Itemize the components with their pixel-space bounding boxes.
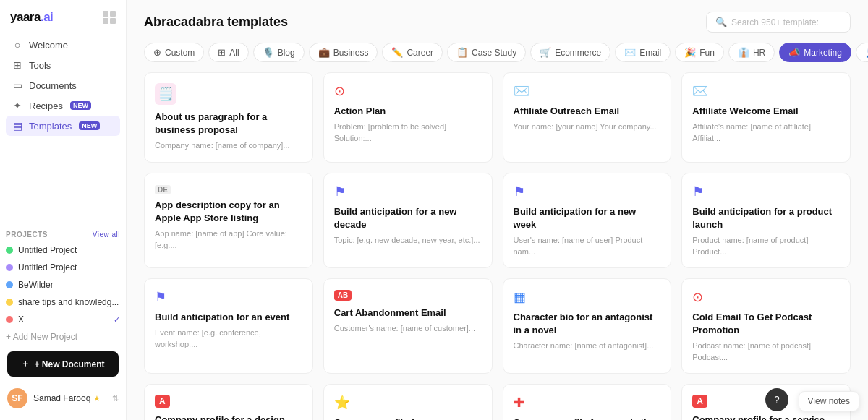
card-anticipation-decade[interactable]: ⚑ Build anticipation for a new decade To… [323,173,493,268]
card-icon: ⚑ [334,184,482,200]
project-item-4[interactable]: share tips and knowledg... [0,293,126,311]
card-desc: Topic: [e.g. new decade, new year, etc.]… [334,235,482,246]
card-affiliate-welcome[interactable]: ✉️ Affiliate Welcome Email Affiliate's n… [681,72,851,163]
card-title: Company profile for a marketing company [514,416,661,420]
templates-icon: ▤ [12,120,23,132]
check-icon: ✓ [114,315,120,325]
card-anticipation-event[interactable]: ⚑ Build anticipation for an event Event … [144,278,313,374]
tab-fun[interactable]: 🎉 Fun [675,43,724,62]
card-title: Build anticipation for an event [155,311,302,324]
card-icon: ⚑ [692,184,840,200]
view-all-link[interactable]: View all [93,231,120,239]
card-desc: User's name: [name of user] Product nam.… [514,235,661,257]
card-icon: ⚑ [514,184,661,200]
main-header: Abracadabra templates 🔍 [127,0,868,40]
card-title: About us paragraph for a business propos… [155,111,302,137]
card-icon: ⚑ [155,289,302,305]
card-desc: Affiliate's name: [name of affiliate] Af… [692,121,840,144]
new-document-button[interactable]: ＋ + New Document [7,351,119,377]
tab-marketing[interactable]: 📣 Marketing [779,43,851,62]
avatar: SF [7,388,27,408]
tab-hr[interactable]: 👔 HR [728,43,775,62]
tab-career[interactable]: ✏️ Career [382,43,443,62]
user-name: Samad Farooq ★ [33,393,101,403]
sidebar-item-welcome[interactable]: ○ Welcome [6,35,120,55]
sidebar-item-label: Welcome [29,40,68,51]
layout-icon[interactable] [103,11,116,24]
email-icon: ✉️ [624,47,636,58]
card-icon: 🗒️ [155,83,176,105]
sidebar-footer: SF Samad Farooq ★ ⇅ [0,382,126,414]
project-dot [6,316,13,323]
card-about-us[interactable]: 🗒️ About us paragraph for a business pro… [144,72,313,163]
tab-email[interactable]: ✉️ Email [615,43,671,62]
card-icon: ▦ [514,289,661,305]
sidebar-header: yaara.ai [0,0,126,32]
card-title: Cart Abandonment Email [334,307,482,320]
card-icon: DE [155,185,171,194]
card-desc: Problem: [problem to be solved] Solution… [334,121,482,144]
card-company-manufacturing[interactable]: ⭐ Company profile for a manufacturing co… [323,384,493,420]
sidebar-nav: ○ Welcome ⊞ Tools ▭ Documents ✦ Recipes … [0,32,126,225]
card-icon: ✚ [514,395,661,411]
project-name: Untitled Project [18,245,120,255]
sidebar-item-label: Templates [29,121,72,132]
user-profile[interactable]: SF Samad Farooq ★ [7,388,101,408]
project-item-2[interactable]: Untitled Project [0,259,126,276]
card-title: Company profile for a design company [155,413,302,420]
logo-text: yaara.ai [10,10,53,25]
card-icon: A [155,395,170,408]
templates-badge: NEW [79,121,100,130]
welcome-icon: ○ [12,39,23,51]
card-company-marketing[interactable]: ✚ Company profile for a marketing compan… [503,384,672,420]
projects-section: PROJECTS View all [0,225,126,241]
card-icon: ✉️ [692,83,840,99]
card-desc: Customer's name: [name of customer]... [334,323,482,334]
card-anticipation-product[interactable]: ⚑ Build anticipation for a product launc… [681,173,851,268]
project-dot [6,264,13,271]
search-input[interactable] [731,17,841,27]
project-item-1[interactable]: Untitled Project [0,241,126,259]
project-item-3[interactable]: BeWilder [0,276,126,293]
tab-ecommerce[interactable]: 🛒 Ecommerce [530,43,610,62]
help-button[interactable]: ? [765,388,788,411]
card-title: Build anticipation for a new week [514,205,661,231]
card-cold-email[interactable]: ⊙ Cold Email To Get Podcast Promotion Po… [681,278,851,374]
card-title: Affiliate Welcome Email [692,105,840,118]
search-box[interactable]: 🔍 [706,12,851,33]
add-project-button[interactable]: + Add New Project [0,328,126,346]
card-icon: A [692,395,707,408]
all-icon: ⊞ [218,47,226,58]
card-cart-abandonment[interactable]: AB Cart Abandonment Email Customer's nam… [323,278,493,374]
card-anticipation-week[interactable]: ⚑ Build anticipation for a new week User… [503,173,672,268]
card-desc: Event name: [e.g. conference, workshop,.… [155,327,302,350]
sidebar-item-label: Tools [29,60,51,71]
tab-case-study[interactable]: 📋 Case Study [447,43,526,62]
logo[interactable]: yaara.ai [10,10,53,25]
project-item-5[interactable]: X ✓ [0,311,126,328]
tab-blog[interactable]: 🎙️ Blog [253,43,305,62]
sidebar-item-templates[interactable]: ▤ Templates NEW [6,116,120,136]
card-desc: Podcast name: [name of podcast] Podcast.… [692,340,840,363]
tab-all[interactable]: ⊞ All [208,43,248,62]
tab-people[interactable]: 👤 Pe... [856,43,868,62]
view-notes-button[interactable]: View notes [799,391,859,411]
card-affiliate-outreach[interactable]: ✉️ Affiliate Outreach Email Your name: [… [503,72,672,163]
tab-custom[interactable]: ⊕ Custom [144,43,204,62]
card-action-plan[interactable]: ⊙ Action Plan Problem: [problem to be so… [323,72,493,163]
sidebar-item-recipes[interactable]: ✦ Recipes NEW [6,95,120,116]
card-app-description[interactable]: DE App description copy for an Apple App… [144,173,313,268]
cards-grid: 🗒️ About us paragraph for a business pro… [144,72,851,420]
tab-business[interactable]: 💼 Business [309,43,378,62]
card-title: Build anticipation for a new decade [334,205,482,231]
card-desc: Your name: [your name] Your company... [514,121,661,132]
project-dot [6,247,13,254]
card-title: Company profile for a service company [692,413,840,420]
recipes-badge: NEW [70,101,91,110]
card-icon: ⭐ [334,395,482,411]
sidebar-item-tools[interactable]: ⊞ Tools [6,55,120,75]
sidebar-item-documents[interactable]: ▭ Documents [6,75,120,95]
project-name: X [18,314,109,325]
card-character-bio[interactable]: ▦ Character bio for an antagonist in a n… [503,278,672,374]
card-company-design[interactable]: A Company profile for a design company C… [144,384,313,420]
